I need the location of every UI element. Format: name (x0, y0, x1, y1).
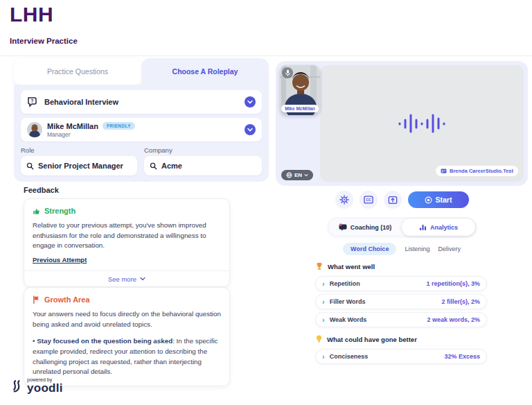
video-stage: Brenda CareerStudio.Test (276, 61, 528, 186)
globe-icon (286, 172, 292, 178)
metric-label: Repetition (330, 280, 360, 287)
metric-row-weak-words[interactable]: › Weak Words 2 weak words, 2% (315, 312, 487, 327)
caption-source-label: Brenda CareerStudio.Test (450, 168, 513, 174)
yoodli-logo-icon (10, 377, 24, 395)
tab-analytics-label: Analytics (430, 224, 458, 231)
company-field-label: Company (144, 146, 262, 154)
expand-chevron-icon: › (322, 316, 325, 324)
cc-icon: CC (364, 196, 373, 204)
analytics-subtabs: Word Choice Listening Delivery (276, 243, 528, 255)
persona-selector[interactable]: Mike McMillan FRIENDLY Manager (21, 118, 262, 141)
role-input[interactable]: Senior Project Manager (21, 156, 137, 175)
language-selector[interactable]: EN (281, 170, 313, 180)
metric-label: Conciseness (330, 353, 369, 360)
roleplay-config-panel: ? Behavioral Interview Mike McMillan FRI… (14, 85, 269, 182)
tab-coaching[interactable]: Coaching (10) (328, 223, 402, 231)
tab-analytics[interactable]: Analytics (402, 218, 475, 236)
lightbulb-icon (316, 335, 322, 343)
subtab-listening[interactable]: Listening (405, 245, 429, 252)
audio-stage: Brenda CareerStudio.Test (320, 65, 524, 182)
went-well-title: What went well (328, 263, 375, 270)
metric-row-filler-words[interactable]: › Filler Words 2 filler(s), 2% (315, 294, 487, 309)
metric-row-repetition[interactable]: › Repetition 1 repetition(s), 3% (315, 276, 487, 291)
growth-body: Your answers need to focus directly on t… (33, 309, 221, 329)
persona-role: Manager (47, 131, 135, 138)
search-icon (26, 162, 34, 170)
participant-name-pill: Mike McMillan (281, 105, 319, 112)
chevron-down-icon (247, 100, 253, 104)
growth-bullet: • Stay focused on the question being ask… (33, 336, 221, 377)
tab-choose-a-roleplay[interactable]: Choose A Roleplay (141, 58, 269, 85)
tab-practice-questions[interactable]: Practice Questions (14, 58, 141, 85)
question-bubble-icon: ? (27, 96, 39, 107)
chevron-down-icon (247, 128, 253, 132)
thumbs-up-icon (33, 207, 40, 215)
gone-better-heading: What could have gone better (316, 335, 417, 343)
expand-chevron-icon: › (322, 298, 325, 306)
upload-icon (388, 196, 398, 205)
gone-better-title: What could have gone better (327, 336, 417, 343)
settings-button[interactable] (335, 191, 353, 209)
gear-icon (339, 195, 349, 205)
coaching-chat-icon (339, 223, 347, 231)
see-more-button[interactable]: See more (24, 270, 229, 286)
participant-video-tile: Mike McMillan (280, 65, 320, 115)
persona-expand-button[interactable] (245, 124, 256, 135)
metric-value: 2 filler(s), 2% (441, 298, 480, 305)
flag-icon (33, 295, 40, 304)
left-panel: Practice Questions Choose A Roleplay ? B… (14, 58, 269, 405)
upload-button[interactable] (384, 191, 402, 209)
persona-style-badge: FRIENDLY (103, 122, 135, 130)
metric-value: 32% Excess (444, 353, 480, 360)
session-controls: CC Start (276, 191, 528, 209)
previous-attempt-link[interactable]: Previous Attempt (33, 256, 87, 264)
persona-name: Mike McMillan (47, 122, 98, 130)
role-input-value: Senior Project Manager (38, 162, 123, 170)
trophy-icon (316, 262, 323, 270)
growth-bullet-bold: • Stay focused on the question being ask… (33, 337, 172, 345)
header-divider (0, 55, 532, 56)
growth-title: Growth Area (44, 295, 90, 304)
expand-chevron-icon: › (322, 280, 325, 288)
record-icon (425, 196, 432, 204)
scenario-expand-button[interactable] (245, 96, 256, 107)
metric-value: 2 weak words, 2% (427, 316, 480, 323)
went-well-heading: What went well (316, 262, 375, 270)
coaching-analytics-toggle: Coaching (10) Analytics (328, 218, 476, 236)
metric-value: 1 repetition(s), 3% (426, 280, 480, 287)
language-code: EN (294, 172, 302, 178)
interview-practice-page: LHH Interview Practice Practice Question… (0, 0, 532, 405)
metric-row-conciseness[interactable]: › Conciseness 32% Excess (315, 349, 487, 364)
scenario-label: Behavioral Interview (44, 98, 118, 106)
caption-source-pill[interactable]: Brenda CareerStudio.Test (436, 166, 518, 176)
session-panel: Brenda CareerStudio.Test (276, 61, 528, 387)
metric-label: Filler Words (330, 298, 366, 305)
chevron-down-icon (304, 173, 308, 177)
see-more-label: See more (108, 275, 136, 283)
subtab-word-choice[interactable]: Word Choice (343, 243, 396, 255)
svg-text:?: ? (30, 98, 33, 103)
mic-status-icon (282, 67, 293, 78)
yoodli-wordmark: yoodli (27, 382, 63, 395)
company-input[interactable]: Acme (144, 156, 262, 175)
captions-toggle-button[interactable]: CC (360, 191, 378, 209)
svg-text:CC: CC (366, 198, 371, 202)
growth-area-card: Growth Area Your answers need to focus d… (24, 287, 230, 386)
feedback-heading: Feedback (24, 186, 59, 194)
tab-coaching-label: Coaching (10) (351, 224, 392, 231)
audio-waveform (399, 114, 445, 133)
metric-label: Weak Words (330, 316, 367, 323)
powered-by-yoodli: powered by yoodli (10, 377, 63, 395)
strength-title: Strength (44, 207, 76, 215)
lhh-logo: LHH (10, 3, 53, 26)
strength-body: Relative to your previous attempt, you'v… (33, 221, 221, 251)
captions-icon (441, 169, 447, 174)
scenario-selector[interactable]: ? Behavioral Interview (21, 90, 262, 114)
company-input-value: Acme (161, 162, 182, 170)
search-icon (150, 162, 157, 170)
bar-chart-icon (419, 224, 427, 231)
chevron-down-icon (140, 277, 145, 281)
strength-card: Strength Relative to your previous attem… (24, 198, 230, 287)
start-button[interactable]: Start (408, 191, 469, 208)
subtab-delivery[interactable]: Delivery (438, 245, 461, 252)
